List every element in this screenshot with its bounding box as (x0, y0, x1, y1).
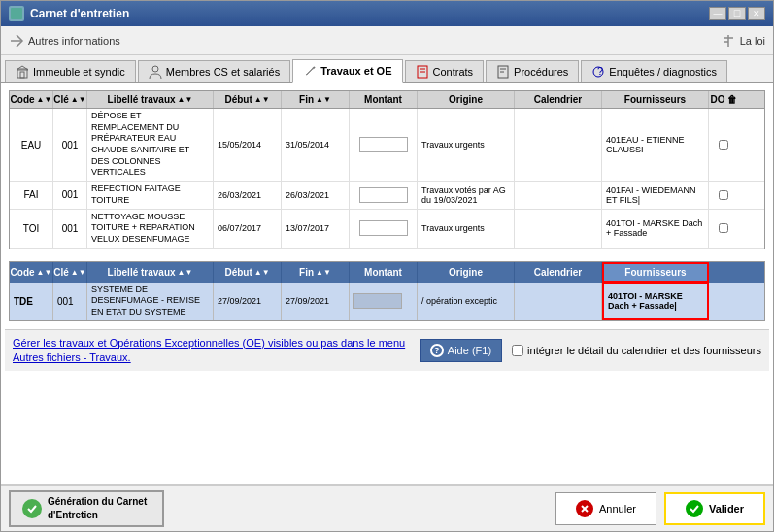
cell-fournisseurs: 401FAI - WIEDEMANN ET FILS| (602, 182, 709, 208)
top-table-container: Code ▲▼ Clé ▲▼ Libellé travaux ▲▼ Début … (9, 90, 765, 249)
contract-icon (416, 65, 429, 79)
tab-membres[interactable]: Membres CS et salariés (138, 60, 290, 82)
bcol-fin[interactable]: Fin ▲▼ (282, 262, 350, 283)
generate-button[interactable]: Génération du Carnetd'Entretien (9, 490, 164, 527)
table-row[interactable]: FAI 001 REFECTION FAITAGE TOITURE 26/03/… (10, 182, 764, 209)
close-button[interactable]: ✕ (748, 7, 765, 20)
annuler-button[interactable]: Annuler (555, 492, 656, 525)
tab-contrats[interactable]: Contrats (405, 60, 485, 82)
la-loi-label: La loi (740, 35, 765, 47)
cell-fournisseurs: 401TOI - MARSKE Dach + Fassade (602, 210, 709, 248)
svg-rect-0 (11, 8, 22, 19)
bcell-montant (350, 283, 418, 320)
cell-cle: 001 (53, 109, 87, 181)
top-table-body: EAU 001 DÉPOSE ET REMPLACEMENT DU PRÉPAR… (10, 109, 764, 249)
do-checkbox[interactable] (719, 223, 728, 233)
col-do[interactable]: DO 🗑 (709, 91, 738, 108)
cell-calendrier (515, 109, 602, 181)
main-toolbar: Autres informations La loi (1, 26, 773, 55)
svg-point-7 (152, 66, 158, 72)
action-bar: Génération du Carnetd'Entretien Annuler … (1, 484, 773, 531)
table-row[interactable]: TOI 001 NETTOYAGE MOUSSE TOITURE + REPAR… (10, 210, 764, 249)
title-bar: Carnet d'entretien — ☐ ✕ (1, 1, 773, 26)
bcol-origine[interactable]: Origine (418, 262, 515, 283)
bcell-libelle: SYSTEME DE DESENFUMAGE - REMISE EN ETAT … (87, 283, 214, 320)
col-debut[interactable]: Début ▲▼ (214, 91, 282, 108)
do-checkbox[interactable] (719, 140, 728, 150)
bottom-table-row[interactable]: TDE 001 SYSTEME DE DESENFUMAGE - REMISE … (10, 283, 764, 320)
detail-checkbox[interactable] (512, 345, 523, 356)
aide-button[interactable]: ? Aide (F1) (420, 339, 502, 362)
cell-libelle: DÉPOSE ET REMPLACEMENT DU PRÉPARATEUR EA… (87, 109, 214, 181)
bcol-fournisseurs[interactable]: Fournisseurs (602, 262, 709, 283)
tab-procedures-label: Procédures (514, 66, 568, 78)
bcol-montant[interactable]: Montant (350, 262, 418, 283)
maximize-button[interactable]: ☐ (728, 7, 746, 20)
col-origine[interactable]: Origine (418, 91, 515, 108)
bottom-bar: Gérer les travaux et Opérations Exceptio… (5, 329, 769, 372)
info-text[interactable]: Gérer les travaux et Opérations Exceptio… (13, 336, 410, 366)
info-icon (9, 33, 24, 49)
bottom-table-header: Code ▲▼ Clé ▲▼ Libellé travaux ▲▼ Début … (10, 262, 764, 283)
col-libelle[interactable]: Libellé travaux ▲▼ (87, 91, 214, 108)
svg-rect-5 (20, 72, 24, 78)
person-icon (149, 65, 162, 79)
col-calendrier[interactable]: Calendrier (515, 91, 602, 108)
ok-icon (686, 500, 703, 517)
bcol-code[interactable]: Code ▲▼ (10, 262, 53, 283)
cell-origine: Travaux urgents (418, 109, 515, 181)
tab-bar: Immeuble et syndic Membres CS et salarié… (1, 55, 773, 83)
cell-origine: Travaux votés par AG du 19/03/2021 (418, 182, 515, 208)
tab-enquetes[interactable]: ? Enquêtes / diagnostics (581, 60, 727, 82)
col-cle[interactable]: Clé ▲▼ (53, 91, 87, 108)
cell-fournisseurs: 401EAU - ETIENNE CLAUSSI (602, 109, 709, 181)
cell-do (709, 210, 738, 248)
col-fournisseurs[interactable]: Fournisseurs (602, 91, 709, 108)
tab-enquetes-label: Enquêtes / diagnostics (609, 66, 717, 78)
bcol-calendrier[interactable]: Calendrier (515, 262, 602, 283)
cell-montant (350, 182, 418, 208)
table-row[interactable]: EAU 001 DÉPOSE ET REMPLACEMENT DU PRÉPAR… (10, 109, 764, 182)
cell-libelle: REFECTION FAITAGE TOITURE (87, 182, 214, 208)
tab-travaux[interactable]: Travaux et OE (292, 59, 402, 83)
window-title: Carnet d'entretien (30, 7, 703, 20)
aide-icon: ? (430, 344, 444, 357)
cell-code: TOI (10, 210, 53, 248)
main-window: Carnet d'entretien — ☐ ✕ Autres informat… (0, 0, 774, 532)
cell-do (709, 182, 738, 208)
window-controls: — ☐ ✕ (709, 7, 765, 20)
enquete-icon: ? (591, 65, 605, 79)
procedure-icon (496, 65, 510, 79)
bcol-cle[interactable]: Clé ▲▼ (53, 262, 87, 283)
tab-membres-label: Membres CS et salariés (166, 66, 280, 78)
bcell-origine: / opération exceptic (418, 283, 515, 320)
tab-procedures[interactable]: Procédures (486, 60, 579, 82)
svg-text:?: ? (597, 65, 603, 77)
cell-code: EAU (10, 109, 53, 181)
cell-debut: 26/03/2021 (214, 182, 282, 208)
cell-montant (350, 109, 418, 181)
tab-immeuble[interactable]: Immeuble et syndic (5, 60, 136, 82)
cell-libelle: NETTOYAGE MOUSSE TOITURE + REPARATION VE… (87, 210, 214, 248)
col-code[interactable]: Code ▲▼ (10, 91, 53, 108)
tab-travaux-label: Travaux et OE (320, 65, 391, 77)
cell-fin: 26/03/2021 (282, 182, 350, 208)
content-area: Code ▲▼ Clé ▲▼ Libellé travaux ▲▼ Début … (1, 83, 773, 484)
aide-label: Aide (F1) (448, 345, 491, 356)
valider-button[interactable]: Valider (664, 492, 765, 525)
autres-informations-button[interactable]: Autres informations (9, 33, 120, 49)
do-checkbox[interactable] (719, 190, 728, 200)
generate-icon (22, 499, 42, 518)
minimize-button[interactable]: — (709, 7, 726, 20)
bcol-libelle[interactable]: Libellé travaux ▲▼ (87, 262, 214, 283)
annuler-label: Annuler (599, 503, 636, 515)
col-montant[interactable]: Montant (350, 91, 418, 108)
window-icon (9, 6, 24, 21)
bcell-fournisseurs: 401TOI - MARSKE Dach + Fassade| (602, 283, 709, 320)
cell-debut: 06/07/2017 (214, 210, 282, 248)
cell-fin: 31/05/2014 (282, 109, 350, 181)
cancel-icon (576, 500, 593, 517)
col-fin[interactable]: Fin ▲▼ (282, 91, 350, 108)
bcol-debut[interactable]: Début ▲▼ (214, 262, 282, 283)
la-loi-button[interactable]: La loi (721, 33, 765, 49)
